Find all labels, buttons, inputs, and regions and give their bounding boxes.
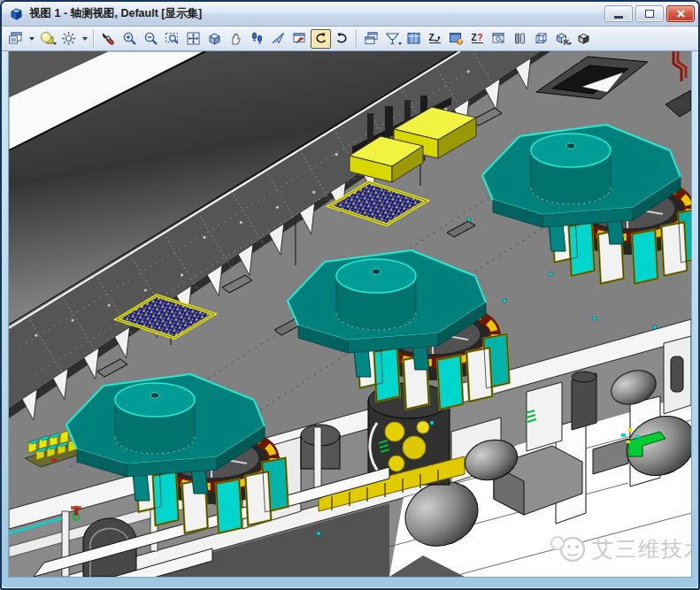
close-icon bbox=[676, 10, 686, 18]
fit-view-button[interactable] bbox=[183, 29, 204, 49]
cube-icon bbox=[207, 31, 222, 46]
minimize-icon bbox=[614, 16, 623, 19]
clip-view-cube-button[interactable] bbox=[552, 29, 573, 49]
magnifier-plus-icon bbox=[122, 31, 137, 46]
set-active-depth-button[interactable]: Z bbox=[425, 29, 445, 49]
chevron-down-icon bbox=[53, 42, 57, 47]
blue-window-mark-icon: ? bbox=[449, 31, 464, 46]
chevron-down-icon bbox=[82, 37, 88, 43]
fly-button[interactable] bbox=[268, 29, 288, 49]
window-controls bbox=[604, 5, 695, 22]
marquee-magnifier-icon bbox=[165, 31, 180, 46]
close-button[interactable] bbox=[666, 5, 695, 22]
shaded-cube-button[interactable] bbox=[573, 29, 594, 49]
two-bars-icon bbox=[512, 31, 527, 46]
window-attributes-icon bbox=[8, 31, 23, 46]
clip-volume-button[interactable] bbox=[382, 29, 403, 49]
sun-icon bbox=[61, 31, 76, 46]
3d-model-scene: 艾三维技术 艾三维技术 bbox=[9, 51, 691, 577]
z-arrow-icon: Z bbox=[427, 31, 442, 46]
zoom-in-button[interactable] bbox=[119, 29, 140, 49]
window-lens-icon: k bbox=[491, 31, 506, 46]
camera-view-button[interactable]: k bbox=[488, 29, 509, 49]
show-active-depth-button[interactable]: ? bbox=[446, 29, 466, 49]
toolbar-separator bbox=[93, 30, 95, 48]
title-bar[interactable]: 视图 1 - 轴测视图, Default [显示集] bbox=[2, 2, 698, 27]
magnifier-minus-icon bbox=[143, 31, 158, 46]
toolbar-separator bbox=[356, 30, 358, 48]
view-cube-icon bbox=[9, 7, 24, 21]
chevron-down-icon bbox=[568, 42, 572, 47]
view-attributes-button[interactable] bbox=[5, 29, 26, 49]
stereo-view-button[interactable] bbox=[510, 29, 530, 49]
redo-arrow-icon bbox=[335, 31, 350, 46]
window-area-button[interactable] bbox=[162, 29, 182, 49]
window-arrow-icon bbox=[292, 31, 307, 46]
update-view-button[interactable] bbox=[98, 29, 119, 49]
adjust-view-brightness-dropdown[interactable] bbox=[80, 29, 89, 49]
chevron-down-icon bbox=[29, 37, 35, 43]
pan-view-button[interactable] bbox=[226, 29, 246, 49]
footprints-icon bbox=[250, 31, 265, 46]
svg-text:Z: Z bbox=[472, 33, 477, 42]
restore-button[interactable] bbox=[635, 5, 664, 22]
display-style-button[interactable] bbox=[37, 29, 58, 49]
view-toolbar: Z ? Z ? k bbox=[2, 27, 698, 51]
window-title: 视图 1 - 轴测视图, Default [显示集] bbox=[29, 6, 597, 21]
rotate-view-button[interactable] bbox=[204, 29, 225, 49]
copy-view-button[interactable] bbox=[361, 29, 381, 49]
svg-text:?: ? bbox=[458, 38, 462, 44]
watermark-text: 艾三维技术 bbox=[592, 537, 691, 561]
view-cube-button[interactable] bbox=[531, 29, 551, 49]
paintbrush-icon bbox=[101, 31, 116, 46]
viewport-canvas[interactable]: 艾三维技术 艾三维技术 bbox=[9, 51, 691, 577]
viewport-frame: 艾三维技术 艾三维技术 bbox=[2, 51, 698, 587]
hand-icon bbox=[228, 31, 243, 46]
restore-icon bbox=[645, 10, 654, 18]
two-windows-icon bbox=[364, 31, 379, 46]
view-next-button[interactable] bbox=[332, 29, 352, 49]
clip-mask-button[interactable] bbox=[404, 29, 424, 49]
view-previous-button[interactable] bbox=[311, 29, 331, 49]
fit-arrows-icon bbox=[186, 31, 201, 46]
zoom-out-button[interactable] bbox=[141, 29, 161, 49]
svg-text:Z: Z bbox=[429, 33, 435, 42]
shaded-cube-icon bbox=[576, 31, 591, 46]
chevron-down-icon bbox=[398, 42, 402, 47]
walk-button[interactable] bbox=[247, 29, 267, 49]
wireframe-cube-icon bbox=[534, 31, 549, 46]
blue-window-icon bbox=[406, 31, 421, 46]
minimize-button[interactable] bbox=[604, 5, 633, 22]
adjust-view-brightness-button[interactable] bbox=[58, 29, 79, 49]
undo-arrow-icon bbox=[313, 31, 328, 46]
set-display-depth-button[interactable]: Z ? bbox=[467, 29, 488, 49]
paper-plane-icon bbox=[271, 31, 286, 46]
svg-text:?: ? bbox=[478, 33, 483, 42]
view-window: 视图 1 - 轴测视图, Default [显示集] bbox=[0, 0, 700, 590]
navigate-view-button[interactable] bbox=[289, 29, 310, 49]
view-attributes-dropdown[interactable] bbox=[27, 29, 36, 49]
watermark: 艾三维技术 艾三维技术 bbox=[551, 537, 691, 563]
z-question-icon: Z ? bbox=[470, 31, 485, 46]
